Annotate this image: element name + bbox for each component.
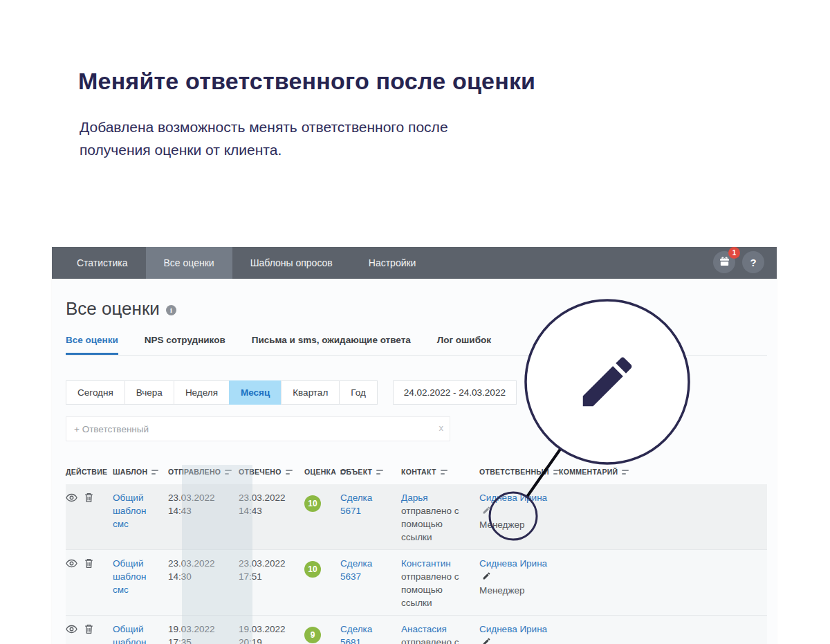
score-cell: 10 — [304, 557, 340, 609]
view-icon[interactable] — [66, 624, 77, 634]
col-header-action[interactable]: Действие — [66, 468, 113, 476]
period-week[interactable]: Неделя — [174, 380, 229, 405]
responsible-cell: Сиднева Ирина Менеджер — [479, 491, 559, 544]
template-link[interactable]: Общий шаблон смс — [113, 558, 146, 595]
template-link[interactable]: Общий шаблон смс — [113, 493, 146, 529]
delete-icon[interactable] — [84, 493, 93, 503]
scores-table: Действие Шаблон Отправлено Отвечено Оцен… — [66, 459, 767, 644]
template-cell: Общий шаблон смс — [113, 491, 168, 544]
responsible-role: Менеджер — [479, 584, 553, 597]
sort-icon — [286, 470, 293, 475]
edit-responsible-icon[interactable] — [482, 636, 491, 644]
period-yesterday[interactable]: Вчера — [124, 380, 174, 405]
page: Меняйте ответственного после оценки Доба… — [0, 0, 830, 644]
responsible-filter-input[interactable] — [66, 416, 450, 441]
col-header-contact[interactable]: Контакт — [401, 468, 479, 476]
date-range-picker[interactable]: 24.02.2022 - 24.03.2022 — [393, 380, 517, 405]
article-header: Меняйте ответственного после оценки Доба… — [78, 68, 701, 161]
app-screenshot: Статистика Все оценки Шаблоны опросов На… — [52, 247, 777, 644]
delete-icon[interactable] — [84, 624, 93, 634]
object-link[interactable]: Сделка5681 — [340, 624, 372, 644]
responsible-link[interactable]: Сиднева Ирина — [479, 558, 547, 569]
col-header-comment[interactable]: Комментарий — [559, 468, 638, 476]
score-badge: 10 — [304, 561, 321, 578]
answered-cell: 19.03.202220:19 — [239, 623, 304, 644]
view-icon[interactable] — [66, 493, 77, 503]
col-header-responsible[interactable]: Ответственный — [479, 468, 559, 476]
subtab-all-scores[interactable]: Все оценки — [66, 335, 118, 355]
answered-cell: 23.03.202214:43 — [239, 491, 304, 544]
notification-badge: 1 — [728, 247, 740, 259]
contact-cell: Константинотправлено с помощью ссылки — [401, 557, 479, 609]
answered-cell: 23.03.202217:51 — [239, 557, 304, 609]
period-year[interactable]: Год — [339, 380, 378, 405]
col-header-object[interactable]: Объект — [340, 468, 401, 476]
article-subtitle: Добавлена возможность менять ответственн… — [80, 116, 508, 161]
table-row: Общий шаблон смс 19.03.202217:35 19.03.2… — [66, 615, 767, 644]
help-button[interactable]: ? — [742, 251, 764, 273]
subtab-error-log[interactable]: Лог ошибок — [437, 335, 491, 355]
contact-note: отправлено с помощью ссылки — [401, 636, 474, 644]
score-cell: 9 — [304, 623, 340, 644]
nav-item-survey-templates[interactable]: Шаблоны опросов — [232, 247, 351, 279]
comment-cell — [559, 491, 638, 544]
top-nav: Статистика Все оценки Шаблоны опросов На… — [52, 247, 777, 279]
question-icon: ? — [750, 257, 756, 268]
app-content: Все оценки i Все оценки NPS сотрудников … — [52, 298, 777, 644]
responsible-role: Менеджер — [479, 518, 553, 531]
object-cell: Сделка5671 — [340, 491, 401, 544]
template-link[interactable]: Общий шаблон смс — [113, 624, 146, 644]
sort-icon — [225, 470, 232, 475]
row-actions — [66, 557, 113, 609]
col-header-answered[interactable]: Отвечено — [239, 468, 304, 476]
template-cell: Общий шаблон смс — [113, 623, 168, 644]
responsible-link[interactable]: Сиднева Ирина — [479, 624, 547, 634]
subtabs: Все оценки NPS сотрудников Письма и sms,… — [66, 335, 767, 356]
contact-note: отправлено с помощью ссылки — [401, 504, 474, 544]
edit-responsible-icon[interactable] — [482, 505, 491, 518]
filter-row: Сегодня Вчера Неделя Месяц Квартал Год 2… — [66, 380, 767, 405]
subtab-pending-letters[interactable]: Письма и sms, ожидающие ответа — [252, 335, 411, 355]
col-header-sent[interactable]: Отправлено — [168, 468, 239, 476]
sort-icon — [151, 470, 158, 475]
object-link[interactable]: Сделка5671 — [340, 493, 372, 516]
nav-right-actions: 1 ? — [713, 251, 764, 273]
sort-icon — [376, 470, 383, 475]
col-header-score[interactable]: Оценка — [304, 468, 340, 476]
object-cell: Сделка5637 — [340, 557, 401, 609]
whats-new-button[interactable]: 1 — [713, 251, 735, 273]
contact-cell: Дарьяотправлено с помощью ссылки — [401, 491, 479, 544]
table-row: Общий шаблон смс 23.03.202214:43 23.03.2… — [66, 484, 767, 549]
responsible-cell: Сиднева Ирина Менеджер — [479, 557, 559, 609]
row-actions — [66, 623, 113, 644]
article-title: Меняйте ответственного после оценки — [78, 68, 701, 95]
score-badge: 10 — [304, 495, 321, 512]
contact-link[interactable]: Константин — [401, 558, 451, 569]
sent-cell: 23.03.202214:30 — [168, 557, 239, 609]
subtab-nps-employees[interactable]: NPS сотрудников — [145, 335, 225, 355]
table-header-row: Действие Шаблон Отправлено Отвечено Оцен… — [66, 459, 767, 484]
nav-item-all-scores[interactable]: Все оценки — [146, 247, 232, 279]
contact-cell: Анастасияотправлено с помощью ссылки — [401, 623, 479, 644]
info-icon[interactable]: i — [166, 305, 176, 315]
view-icon[interactable] — [66, 558, 77, 569]
contact-link[interactable]: Дарья — [401, 493, 428, 503]
sort-icon — [622, 470, 629, 475]
clear-filter-icon[interactable]: x — [439, 423, 444, 433]
period-quarter[interactable]: Квартал — [281, 380, 339, 405]
edit-responsible-icon[interactable] — [482, 571, 491, 584]
period-today[interactable]: Сегодня — [66, 380, 124, 405]
nav-item-settings[interactable]: Настройки — [351, 247, 434, 279]
template-cell: Общий шаблон смс — [113, 557, 168, 609]
responsible-link[interactable]: Сиднева Ирина — [479, 493, 547, 503]
object-link[interactable]: Сделка5637 — [340, 558, 372, 582]
contact-link[interactable]: Анастасия — [401, 624, 447, 634]
delete-icon[interactable] — [84, 558, 93, 569]
nav-item-statistics[interactable]: Статистика — [59, 247, 146, 279]
gift-icon — [719, 255, 730, 270]
col-header-template[interactable]: Шаблон — [113, 468, 168, 476]
page-title: Все оценки — [66, 298, 160, 320]
period-month[interactable]: Месяц — [229, 380, 281, 405]
sort-icon — [441, 470, 448, 475]
page-title-row: Все оценки i — [66, 298, 767, 320]
